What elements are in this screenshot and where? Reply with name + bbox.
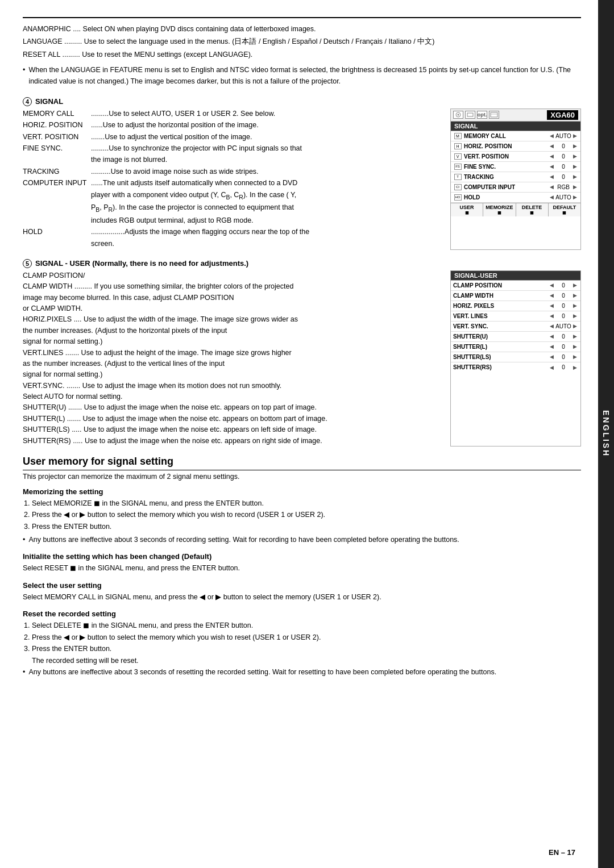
panel-row-tracking: T TRACKING ◀ 0 ▶ bbox=[451, 172, 580, 182]
su-right-1: ▶ bbox=[572, 282, 578, 288]
panel-icon-4 bbox=[489, 111, 499, 119]
panel-left-arrow-7: ◀ bbox=[549, 194, 555, 200]
panel-header: opt. XGA60 bbox=[451, 109, 580, 122]
su-clamp-w-label: CLAMP WIDTH bbox=[453, 293, 549, 299]
su-right-7: ▶ bbox=[572, 344, 578, 349]
panel-right-arrow-4: ▶ bbox=[572, 164, 578, 169]
su-left-3: ◀ bbox=[549, 303, 555, 308]
reset-all-line: RESET ALL ......... Use to reset the MEN… bbox=[23, 49, 581, 60]
su-left-4: ◀ bbox=[549, 313, 555, 319]
panel-right-arrow-3: ▶ bbox=[572, 153, 578, 159]
shutter-ls-row: SHUTTER(LS) ..... Use to adjust the imag… bbox=[23, 424, 439, 435]
panel-xga-label: XGA60 bbox=[547, 110, 578, 120]
panel-row-hold: HO HOLD ◀ AUTO ▶ bbox=[451, 193, 580, 203]
su-shutter-ls-value: 0 bbox=[555, 354, 572, 360]
su-panel-row-vert-lines: VERT. LINES ◀ 0 ▶ bbox=[451, 311, 580, 322]
su-vert-lines-label: VERT. LINES bbox=[453, 313, 549, 319]
su-clamp-pos-label: CLAMP POSITION bbox=[453, 282, 549, 289]
panel-fine-sync-value: 0 bbox=[555, 164, 572, 170]
vert-sync-indent: Select AUTO for normal setting. bbox=[23, 391, 439, 402]
computer-input-indent3: includes RGB output terminal, adjust to … bbox=[23, 215, 439, 226]
user-icon: ◼ bbox=[451, 210, 483, 215]
su-right-4: ▶ bbox=[572, 313, 578, 319]
memorizing-block: Memorizing the setting Select MEMORIZE ◼… bbox=[23, 487, 581, 546]
vert-sync-term: VERT.SYNC. bbox=[23, 382, 64, 390]
svg-point-1 bbox=[458, 114, 459, 116]
su-right-5: ▶ bbox=[572, 323, 578, 329]
su-panel-row-shutter-l: SHUTTER(L) ◀ 0 ▶ bbox=[451, 342, 580, 352]
reset-recorded-sub: The recorded setting will be reset. bbox=[32, 657, 581, 665]
su-vert-sync-value: AUTO bbox=[555, 323, 572, 329]
su-panel-row-clamp-w: CLAMP WIDTH ◀ 0 ▶ bbox=[451, 291, 580, 301]
panel-right-arrow-6: ▶ bbox=[572, 184, 578, 190]
memorizing-title: Memorizing the setting bbox=[23, 487, 581, 496]
panel-right-arrow-1: ▶ bbox=[572, 133, 578, 139]
vert-lines-indent2: signal for normal setting.) bbox=[23, 369, 439, 380]
select-user-title: Select the user setting bbox=[23, 581, 581, 590]
memorizing-bullet: • Any buttons are ineffective about 3 se… bbox=[23, 535, 581, 545]
signal-section: MEMORY CALL ......... Use to select AUTO… bbox=[23, 108, 581, 250]
vert-lines-term: VERT.LINES bbox=[23, 349, 63, 357]
su-horiz-pix-value: 0 bbox=[555, 303, 572, 309]
horiz-position-row: HORIZ. POSITION ...... Use to adjust the… bbox=[23, 120, 439, 131]
memory-call-term: MEMORY CALL bbox=[23, 108, 91, 119]
user-memory-section: User memory for signal setting This proj… bbox=[23, 456, 581, 678]
english-tab: ENGLISH bbox=[598, 0, 614, 868]
panel-computer-input-label: COMPUTER INPUT bbox=[464, 184, 549, 190]
horiz-pixels-indent2: signal for normal setting.) bbox=[23, 336, 439, 347]
su-shutter-rs-value: 0 bbox=[555, 364, 572, 370]
su-vert-lines-value: 0 bbox=[555, 313, 572, 319]
panel-memory-call-value: AUTO bbox=[555, 133, 572, 139]
su-shutter-u-label: SHUTTER(U) bbox=[453, 333, 549, 340]
panel-tracking-icon: T bbox=[453, 173, 462, 180]
su-panel-row-vert-sync: VERT. SYNC. ◀ AUTO ▶ bbox=[451, 322, 580, 332]
panel-right-arrow-7: ▶ bbox=[572, 194, 578, 200]
shutter-l-term: SHUTTER(L) bbox=[23, 415, 65, 423]
panel-computer-input-icon: CI bbox=[453, 183, 462, 190]
su-right-2: ▶ bbox=[572, 293, 578, 298]
clamp-position-row: CLAMP POSITION/ bbox=[23, 270, 439, 281]
memory-call-row: MEMORY CALL ......... Use to select AUTO… bbox=[23, 108, 439, 119]
su-left-8: ◀ bbox=[549, 354, 555, 360]
panel-bottom-user: USER ◼ bbox=[451, 203, 483, 216]
clamp-width-term: CLAMP WIDTH bbox=[23, 282, 72, 290]
fine-sync-row: FINE SYNC. ......... Use to synchronize … bbox=[23, 143, 439, 154]
vert-position-row: VERT. POSITION ....... Use to adjust the… bbox=[23, 132, 439, 143]
panel-icon-2 bbox=[465, 111, 475, 119]
su-shutter-l-label: SHUTTER(L) bbox=[453, 344, 549, 350]
reset-recorded-bullet: • Any buttons are ineffective about 3 se… bbox=[23, 667, 581, 678]
panel-horiz-pos-label: HORIZ. POSITION bbox=[464, 143, 549, 149]
section4-header: 4 SIGNAL bbox=[23, 97, 581, 106]
panel-hold-icon: HO bbox=[453, 194, 462, 201]
su-panel-row-shutter-u: SHUTTER(U) ◀ 0 ▶ bbox=[451, 332, 580, 342]
memorize-icon: ◼ bbox=[483, 210, 515, 215]
vert-lines-indent1: as the number increases. (Adjust to the … bbox=[23, 358, 439, 369]
panel-left-arrow-2: ◀ bbox=[549, 143, 555, 149]
panel-row-fine-sync: FS FINE SYNC. ◀ 0 ▶ bbox=[451, 162, 580, 172]
panel-left-arrow-4: ◀ bbox=[549, 164, 555, 169]
top-text-block: ANAMORPHIC .... Select ON when playing D… bbox=[23, 24, 581, 60]
panel-row-vert-pos: V VERT. POSITION ◀ 0 ▶ bbox=[451, 152, 580, 162]
initialite-desc: Select RESET ◼ in the SIGNAL menu, and p… bbox=[23, 563, 581, 574]
signal-user-section: CLAMP POSITION/ CLAMP WIDTH ......... If… bbox=[23, 270, 581, 446]
horiz-pixels-row: HORIZ.PIXELS .... Use to adjust the widt… bbox=[23, 314, 439, 325]
shutter-ls-term: SHUTTER(LS) bbox=[23, 425, 70, 433]
reset-recorded-step-3: Press the ENTER button. bbox=[32, 644, 581, 654]
bullet-icon: • bbox=[23, 65, 25, 87]
hold-row: HOLD ................. Adjusts the image… bbox=[23, 227, 439, 237]
su-shutter-u-value: 0 bbox=[555, 333, 572, 340]
signal-user-text: CLAMP POSITION/ CLAMP WIDTH ......... If… bbox=[23, 270, 439, 446]
vert-position-term: VERT. POSITION bbox=[23, 132, 91, 143]
user-memory-subtitle: This projector can memorize the maximum … bbox=[23, 473, 581, 481]
reset-recorded-steps: Select DELETE ◼ in the SIGNAL menu, and … bbox=[32, 620, 581, 654]
fine-sync-indent: the image is not blurred. bbox=[23, 155, 439, 165]
reset-bullet-icon: • bbox=[23, 667, 25, 678]
memorizing-step-3: Press the ENTER button. bbox=[32, 521, 581, 532]
su-left-7: ◀ bbox=[549, 344, 555, 349]
memorizing-bullet-icon: • bbox=[23, 535, 25, 545]
initialite-block: Initialite the setting which has been ch… bbox=[23, 552, 581, 574]
panel-tracking-value: 0 bbox=[555, 174, 572, 180]
select-user-desc: Select MEMORY CALL in SIGNAL menu, and p… bbox=[23, 592, 581, 603]
panel-horiz-pos-value: 0 bbox=[555, 143, 572, 149]
hold-term: HOLD bbox=[23, 227, 91, 237]
